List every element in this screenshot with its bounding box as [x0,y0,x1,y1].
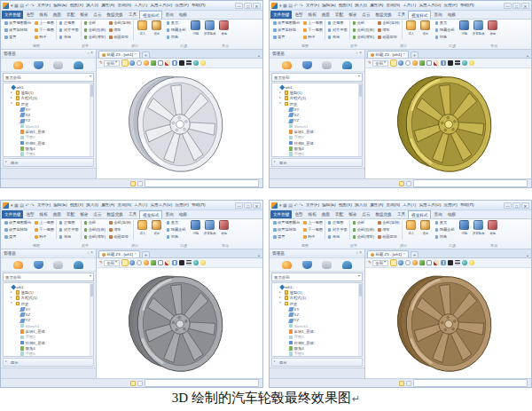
menu-item[interactable]: 工具(T) [402,4,418,8]
material-sphere-icon[interactable] [193,60,199,66]
tree-expander-icon[interactable]: ▸ [279,291,283,295]
ribbon-tab[interactable]: 造型 [292,210,305,218]
wireframe-icon[interactable] [122,60,128,66]
ribbon-command[interactable]: 动画回放 [378,36,400,39]
ribbon-command[interactable]: 下一视图 [35,228,54,232]
section-icon[interactable] [151,260,156,265]
ribbon-command[interactable]: 上一视图 [303,221,323,225]
ribbon-big-button[interactable]: 着色 [486,20,498,36]
minimize-icon[interactable]: — [504,3,512,9]
pick-filter-icon[interactable]: ✎ [99,261,103,265]
ribbon-command[interactable]: 种子 [35,36,54,39]
ribbon-command[interactable]: 动画回放 [109,36,131,39]
tree-expander-icon[interactable]: ▸ [279,97,283,100]
prompt-list-icon[interactable] [406,381,411,386]
ribbon-tab[interactable]: 钣金 [346,11,359,19]
menu-item[interactable]: 属性(A) [368,203,385,208]
light-icon[interactable] [200,260,206,265]
redo-icon[interactable]: ↷ [30,203,34,208]
ribbon-command[interactable]: 上一视图 [303,21,323,25]
menu-item[interactable]: 应用(P) [442,203,459,208]
menu-item[interactable]: 实用工具(U) [149,4,174,8]
ribbon-command[interactable]: 动画回放 [109,235,131,239]
ribbon-tab[interactable]: 文件热键 [270,210,292,218]
ribbon-command[interactable]: 隐藏全部 [167,228,186,232]
ribbon-tab[interactable]: 视觉样式 [408,11,431,19]
menu-item[interactable]: 查询(N) [385,203,402,208]
wheel-3d-model[interactable] [395,69,502,179]
ribbon-command[interactable]: 全部(缩放) [84,235,106,239]
command-input[interactable] [413,379,528,387]
ribbon-command[interactable]: 正视图 [328,21,348,25]
pin-panel-icon[interactable]: ▫ [356,251,358,256]
ribbon-command[interactable]: 全部(旋转) [378,21,400,25]
ribbon-tab[interactable]: 曲面 [51,210,64,218]
prompt-list-icon[interactable] [137,181,143,186]
ribbon-tab[interactable]: 点云 [90,11,104,19]
document-tab[interactable]: 轮毂.Z3 - [wh1] × [367,250,409,257]
ribbon-command[interactable]: 全部(旋转) [109,221,131,225]
sketch-pencil-icon[interactable] [434,260,439,265]
prompt-note-icon[interactable] [399,381,404,386]
ribbon-tab[interactable]: 视觉样式 [139,210,162,218]
ribbon-tab[interactable]: 数据交换 [105,11,126,19]
new-tab-button[interactable]: + [411,51,419,58]
ribbon-command[interactable]: 重置 [273,36,300,39]
ribbon-big-button[interactable]: 退出 [419,220,432,235]
undo-icon[interactable]: ↶ [293,4,297,8]
history-manager-icon[interactable] [282,261,292,269]
pin-panel-icon[interactable]: ▫ [356,51,358,56]
background-black-icon[interactable] [448,260,453,265]
visibility-manager-icon[interactable] [53,61,63,69]
ribbon-tab[interactable]: 电极 [176,210,190,218]
pick-filter-dropdown[interactable]: 全部 ▾ [104,60,120,67]
ribbon-big-button[interactable]: 退出 [151,220,163,235]
command-input[interactable] [145,179,259,187]
viewport-icon[interactable] [426,260,432,265]
ribbon-command[interactable]: 全部(旋转) [378,221,400,225]
zw3d-app-logo-icon[interactable] [3,3,9,9]
menu-item[interactable]: 文件(F) [35,203,51,208]
tree-filter-dropdown[interactable]: 显示全部 ▾ [3,73,94,82]
ribbon-tab[interactable]: 工具 [395,210,408,218]
zw3d-app-logo-icon[interactable] [271,3,278,9]
ribbon-big-button[interactable]: 进入 [405,220,418,235]
ribbon-tab[interactable]: 文件热键 [2,210,23,218]
app-menu-icon[interactable]: ▾ [11,4,13,8]
shaded-sphere-icon[interactable] [129,60,135,66]
ribbon-tab[interactable]: 文件热键 [270,11,292,19]
ribbon-command[interactable]: 对齐平面 [328,28,348,32]
ribbon-command[interactable]: 全部(拉伸) [353,28,375,32]
ribbon-big-button[interactable]: 消隐 [189,220,201,235]
ribbon-command[interactable]: 布局 [59,36,79,39]
ribbon-command[interactable]: 显示 [167,221,186,225]
menu-item[interactable]: 查询(N) [116,4,133,8]
ribbon-command[interactable]: 切换 [435,235,455,239]
menu-item[interactable]: 查询(N) [385,4,402,8]
assembly-manager-icon[interactable] [302,61,312,69]
tree-expander-icon[interactable]: ▸ [11,296,14,300]
sketch-pencil-icon[interactable] [165,260,170,265]
ribbon-command[interactable]: 全部 [353,21,375,25]
ribbon-tab[interactable]: 视觉样式 [408,210,431,218]
ribbon-tab[interactable]: 点云 [359,11,372,19]
save-icon[interactable]: ▦ [283,203,287,208]
ribbon-command[interactable]: 对齐平面 [59,28,79,32]
background-stripe-icon[interactable] [186,60,192,66]
tree-filter-dropdown[interactable]: 显示全部 ▾ [271,73,363,82]
ribbon-command[interactable]: 上一视图 [35,221,54,225]
menu-item[interactable]: 查询(N) [116,203,133,208]
close-panel-icon[interactable]: × [90,51,93,56]
pick-filter-icon[interactable]: ✎ [368,261,372,265]
save-icon[interactable]: ▦ [14,4,19,8]
ribbon-command[interactable]: 设置旋转轴 [4,28,31,32]
pick-filter-icon[interactable]: ✎ [99,61,103,66]
tree-expander-icon[interactable]: ▸ [279,91,283,95]
ribbon-command[interactable]: 设置视图颜色 [4,221,31,225]
ribbon-big-button[interactable]: 退出 [419,20,432,36]
new-tab-button[interactable]: + [142,251,150,257]
background-stripe-icon[interactable] [455,60,460,66]
ribbon-tab[interactable]: 造型 [23,210,36,218]
light-icon[interactable] [469,260,474,265]
ribbon-big-button[interactable]: 着色 [217,20,230,36]
